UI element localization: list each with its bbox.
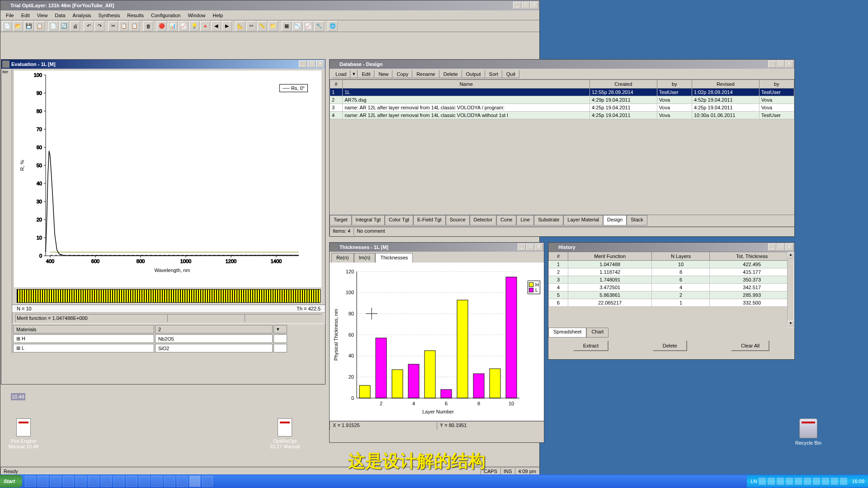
toolbar-button-3[interactable]: 📋 — [35, 21, 45, 31]
menu-window[interactable]: Window — [184, 12, 209, 19]
toolbar-button-21[interactable]: 💡 — [189, 21, 199, 31]
db-quit-button[interactable]: Quit — [502, 70, 519, 78]
tray-icon[interactable] — [813, 478, 820, 485]
quicklaunch-11[interactable] — [151, 476, 162, 487]
hist-row-1[interactable]: 21.1187428415.177 — [549, 268, 794, 276]
quicklaunch-2[interactable] — [38, 476, 48, 487]
db-close[interactable]: × — [785, 61, 793, 68]
db-col-Revised[interactable]: Revised — [692, 80, 759, 89]
toolbar-button-31[interactable]: ▦ — [282, 21, 292, 31]
history-grid[interactable]: #Merit FunctionN LayersTot. Thickness11.… — [548, 252, 794, 307]
thk-minimize[interactable]: _ — [518, 244, 526, 251]
hist-col[interactable]: # — [549, 252, 568, 261]
maximize-button[interactable]: □ — [522, 2, 530, 9]
thk-tab-thicknesses[interactable]: Thicknesses — [375, 253, 413, 263]
quicklaunch-5[interactable] — [75, 476, 86, 487]
db-tab-line[interactable]: Line — [516, 215, 534, 225]
toolbar-button-19[interactable]: 📊 — [168, 21, 178, 31]
minimize-button[interactable]: _ — [513, 2, 521, 9]
main-titlebar[interactable]: Trial OptiLayer: 131h 46m [ForYouTube_AR… — [0, 0, 539, 10]
toolbar-button-16[interactable]: 🗑 — [143, 21, 153, 31]
db-new-button[interactable]: New — [374, 70, 392, 78]
db-load-dropdown[interactable]: ▾ — [350, 70, 358, 78]
toolbar-button-24[interactable]: ▶ — [222, 21, 232, 31]
toolbar-button-28[interactable]: 📏 — [257, 21, 267, 31]
toolbar-button-33[interactable]: 📈 — [303, 21, 313, 31]
tray-icon[interactable] — [777, 478, 784, 485]
hist-close[interactable]: × — [785, 244, 793, 251]
taskbar-app-active[interactable] — [189, 476, 200, 487]
hist-row-3[interactable]: 43.4725014342.517 — [549, 284, 794, 291]
db-tab-source[interactable]: Source — [446, 215, 470, 225]
close-button[interactable]: × — [530, 2, 538, 9]
menu-synthesis[interactable]: Synthesis — [95, 12, 124, 19]
tray-icon[interactable] — [786, 478, 793, 485]
quicklaunch-9[interactable] — [126, 476, 137, 487]
toolbar-button-2[interactable]: 💾 — [24, 21, 34, 31]
db-tab-e-field-tgt[interactable]: E-Field Tgt — [413, 215, 446, 225]
toolbar-button-6[interactable]: 🔄 — [59, 21, 69, 31]
hist-delete-button[interactable]: Delete — [653, 340, 687, 351]
db-row-2[interactable]: 3name: AR 12L after layer removal from 1… — [330, 104, 794, 112]
db-tab-cone[interactable]: Cone — [496, 215, 516, 225]
db-row-3[interactable]: 4name: AR 12L after layer removal from 1… — [330, 112, 794, 119]
desktop-icon-optireopt[interactable]: OptiReOpt 10.17 Manual — [268, 418, 302, 449]
hist-tab-chart[interactable]: Chart — [586, 328, 609, 338]
tray-icon[interactable] — [804, 478, 811, 485]
menu-view[interactable]: View — [33, 12, 52, 19]
menu-edit[interactable]: Edit — [18, 12, 33, 19]
tray-icon[interactable] — [831, 478, 838, 485]
db-tab-design[interactable]: Design — [603, 215, 627, 225]
quicklaunch-7[interactable] — [101, 476, 112, 487]
hist-row-5[interactable]: 622.0852171332.500 — [549, 299, 794, 307]
thk-tab-ren[interactable]: Re(n) — [331, 253, 354, 263]
hist-row-2[interactable]: 31.7480916350.373 — [549, 276, 794, 284]
tray-icon[interactable] — [759, 478, 766, 485]
mat-l-sym[interactable]: ⊞ L — [13, 344, 154, 352]
menu-results[interactable]: Results — [123, 12, 147, 19]
start-button[interactable]: Start — [0, 475, 22, 488]
db-row-0[interactable]: 11L12:55p 28.09.2014TestUser1:02p 28.09.… — [330, 89, 794, 96]
toolbar-button-36[interactable]: 🌐 — [328, 21, 338, 31]
db-edit-button[interactable]: Edit — [358, 70, 374, 78]
eval-maximize[interactable]: □ — [307, 61, 316, 68]
db-tab-detector[interactable]: Detector — [470, 215, 497, 225]
hist-extract-button[interactable]: Extract — [573, 340, 609, 351]
db-col-#[interactable]: # — [330, 80, 343, 89]
toolbar-button-12[interactable]: ✂ — [108, 21, 118, 31]
quicklaunch-12[interactable] — [164, 476, 175, 487]
tray-clock[interactable]: 16:09 — [852, 479, 864, 484]
toolbar-button-13[interactable]: 📋 — [119, 21, 129, 31]
toolbar-button-32[interactable]: 📉 — [292, 21, 302, 31]
thk-maximize[interactable]: □ — [526, 244, 534, 251]
menu-analysis[interactable]: Analysis — [69, 12, 95, 19]
scroll-up-icon[interactable]: ▲ — [788, 252, 794, 258]
quicklaunch-10[interactable] — [139, 476, 150, 487]
quicklaunch-8[interactable] — [113, 476, 124, 487]
db-delete-button[interactable]: Delete — [439, 70, 462, 78]
quicklaunch-3[interactable] — [50, 476, 61, 487]
toolbar-button-1[interactable]: 📂 — [13, 21, 23, 31]
quicklaunch-4[interactable] — [63, 476, 74, 487]
db-col-by[interactable]: by — [759, 80, 794, 89]
toolbar-button-14[interactable]: 📋 — [130, 21, 140, 31]
eval-close[interactable]: × — [316, 61, 324, 68]
evaluation-chart[interactable]: 100 90 80 70 60 50 40 30 20 10 0 R, — [14, 70, 321, 287]
hist-tab-spreadsheet[interactable]: Spreadsheet — [548, 328, 586, 338]
language-indicator[interactable]: LN — [750, 479, 757, 484]
toolbar-button-20[interactable]: 📈 — [179, 21, 189, 31]
db-tab-color-tgt[interactable]: Color Tgt — [385, 215, 413, 225]
toolbar-button-22[interactable]: 🔺 — [200, 21, 210, 31]
db-minimize[interactable]: _ — [768, 61, 776, 68]
db-tab-substrate[interactable]: Substrate — [534, 215, 563, 225]
toolbar-button-26[interactable]: 📐 — [236, 21, 245, 31]
tray-icon[interactable] — [822, 478, 829, 485]
db-load-button[interactable]: Load — [331, 70, 350, 78]
database-titlebar[interactable]: Database - Design _ □ × — [330, 60, 794, 69]
db-rename-button[interactable]: Rename — [412, 70, 439, 78]
hist-row-0[interactable]: 11.04748810422.495 — [549, 261, 794, 268]
db-tab-layer-material[interactable]: Layer Material — [563, 215, 603, 225]
quicklaunch-6[interactable] — [88, 476, 99, 487]
db-col-Created[interactable]: Created — [590, 80, 657, 89]
toolbar-button-10[interactable]: ↷ — [94, 21, 104, 31]
